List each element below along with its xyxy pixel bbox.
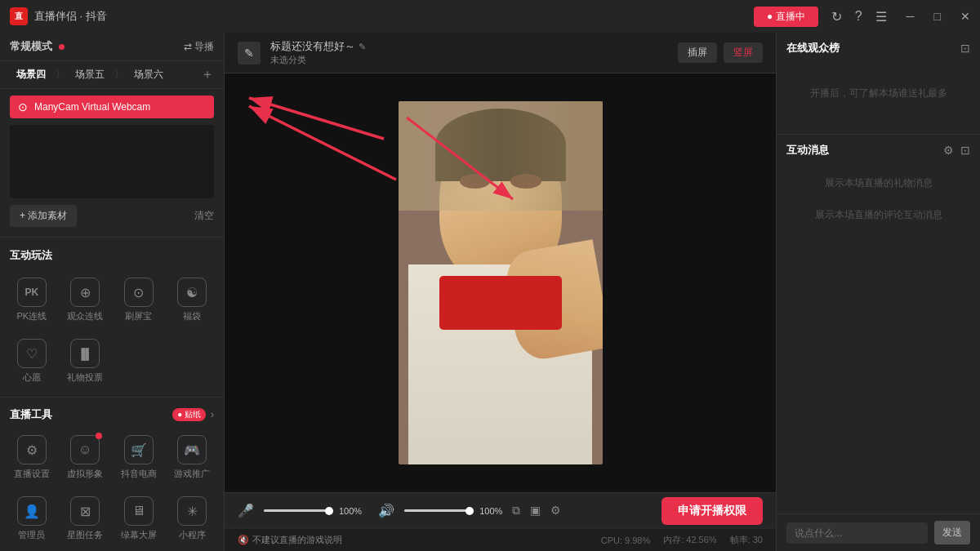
brush-icon: ⊙ (124, 278, 154, 307)
mini-program-icon: ✳ (177, 496, 207, 526)
close-button[interactable]: ✕ (960, 10, 970, 23)
titlebar-icons: ↻ ? ☰ ─ □ ✕ (831, 9, 970, 24)
stream-info: 标题还没有想好～ ✎ 未选分类 (270, 39, 366, 66)
message-header: 互动消息 ⚙ ⊡ (777, 135, 980, 162)
audience-label: 观众连线 (67, 310, 103, 322)
titlebar: 直 直播伴侣 · 抖音 ● 直播中 ↻ ? ☰ ─ □ ✕ (0, 0, 980, 33)
admin-icon: 👤 (17, 496, 47, 526)
vertical-screen-button[interactable]: 竖屏 (724, 42, 763, 63)
webcam-icon: ⊙ (18, 100, 28, 113)
wish-icon: ♡ (17, 339, 47, 368)
virtual-avatar-icon: ☺ (70, 435, 100, 464)
message-section: 互动消息 ⚙ ⊡ 展示本场直播的礼物消息 展示本场直播的评论互动消息 发送 (777, 135, 980, 551)
mini-program-label: 小程序 (179, 529, 206, 541)
admin-label: 管理员 (18, 529, 45, 541)
game-warn: 🔇 不建议直播的游戏说明 (238, 534, 342, 546)
message-icons: ⚙ ⊡ (943, 144, 970, 157)
star-task-label: 星图任务 (67, 529, 103, 541)
game-promo-icon: 🎮 (177, 435, 207, 464)
interact-brush[interactable]: ⊙ 刷屏宝 (114, 271, 164, 329)
mode-bar: 常规模式 ⇄ 导播 (0, 33, 224, 61)
virtual-avatar-label: 虚拟形象 (67, 468, 103, 480)
video-area (225, 73, 776, 492)
center-panel: ✎ 标题还没有想好～ ✎ 未选分类 插屏 竖屏 (225, 33, 776, 551)
message-input[interactable] (786, 522, 928, 544)
gift-bag-label: 福袋 (183, 310, 201, 322)
menu-icon[interactable]: ☰ (875, 9, 887, 24)
tools-more[interactable]: › (211, 409, 214, 420)
minimize-button[interactable]: ─ (906, 10, 915, 23)
tool-admin[interactable]: 👤 管理员 (7, 490, 57, 548)
source-item[interactable]: ⊙ ManyCam Virtual Webcam (10, 96, 214, 118)
bottom-icons: ⧉ ▣ ⚙ (512, 504, 561, 518)
memory-status: 内存: 42.56% (663, 534, 716, 546)
refresh-icon[interactable]: ↻ (831, 9, 842, 24)
title-edit-icon[interactable]: ✎ (359, 42, 366, 52)
speaker-icon: 🔊 (378, 503, 394, 518)
scene-tabs: 场景四 〉 场景五 〉 场景六 ＋ (0, 61, 224, 89)
interaction-grid: PK PK连线 ⊕ 观众连线 ⊙ 刷屏宝 ☯ 福袋 ♡ 心愿 ▐▌ 礼物投票 (0, 268, 224, 393)
scene-sep-1: 〉 (56, 68, 65, 82)
message-expand-icon[interactable]: ⊡ (960, 144, 970, 157)
send-button[interactable]: 发送 (934, 521, 970, 544)
brush-label: 刷屏宝 (125, 310, 152, 322)
clear-button[interactable]: 清空 (194, 205, 214, 227)
screen-record-icon[interactable]: ▣ (530, 504, 541, 518)
tools-title: 直播工具 (10, 407, 172, 422)
scene-sep-2: 〉 (114, 68, 124, 82)
interact-audience[interactable]: ⊕ 观众连线 (60, 271, 111, 329)
start-broadcast-button[interactable]: 申请开播权限 (662, 497, 763, 525)
tool-star-task[interactable]: ⊠ 星图任务 (60, 490, 111, 548)
speaker-volume-fill (404, 509, 470, 512)
tool-game-promo[interactable]: 🎮 游戏推广 (167, 429, 218, 487)
app-logo: 直 (10, 7, 28, 25)
scene-tab-4[interactable]: 场景四 (10, 66, 52, 83)
interact-vote[interactable]: ▐▌ 礼物投票 (60, 332, 111, 390)
audience-header: 在线观众榜 ⊡ (777, 33, 980, 60)
camera-icon[interactable]: ⧉ (512, 504, 520, 518)
source-actions: + 添加素材 清空 (0, 198, 224, 233)
speaker-volume-slider[interactable] (404, 509, 470, 512)
maximize-button[interactable]: □ (934, 10, 941, 23)
tool-virtual-avatar[interactable]: ☺ 虚拟形象 (60, 429, 111, 487)
interact-gift[interactable]: ☯ 福袋 (167, 271, 218, 329)
warn-icon: 🔇 (238, 535, 249, 545)
horizontal-screen-button[interactable]: 插屏 (678, 42, 717, 63)
divider-2 (0, 397, 224, 398)
live-settings-icon: ⚙ (17, 435, 47, 464)
ecommerce-label: 抖音电商 (121, 468, 157, 480)
guide-button[interactable]: ⇄ 导播 (184, 40, 214, 54)
main-layout: 常规模式 ⇄ 导播 场景四 〉 场景五 〉 场景六 ＋ ⊙ ManyCam Vi… (0, 33, 980, 551)
live-status-button[interactable]: ● 直播中 (754, 7, 818, 27)
svg-line-5 (249, 106, 396, 180)
scene-tab-5[interactable]: 场景五 (69, 66, 111, 83)
avatar-badge (96, 433, 102, 439)
divider-1 (0, 237, 224, 238)
scene-tab-6[interactable]: 场景六 (127, 66, 170, 83)
gift-bag-icon: ☯ (177, 278, 207, 307)
mode-label: 常规模式 (10, 39, 184, 54)
tool-ecommerce[interactable]: 🛒 抖音电商 (114, 429, 164, 487)
interact-wish[interactable]: ♡ 心愿 (7, 332, 57, 390)
scene-add-button[interactable]: ＋ (201, 66, 214, 83)
audience-section: 在线观众榜 ⊡ 开播后，可了解本场谁送礼最多 (777, 33, 980, 135)
stream-category: 未选分类 (270, 54, 366, 66)
help-icon[interactable]: ? (855, 9, 862, 24)
message-settings-icon[interactable]: ⚙ (943, 144, 954, 157)
tools-grid: ⚙ 直播设置 ☺ 虚拟形象 🛒 抖音电商 🎮 游戏推广 👤 管理员 (0, 425, 224, 551)
message-input-area: 发送 (777, 513, 980, 551)
add-source-button[interactable]: + 添加素材 (10, 205, 77, 227)
audience-expand-icon[interactable]: ⊡ (960, 42, 970, 55)
interact-pk[interactable]: PK PK连线 (7, 271, 57, 329)
speaker-volume-knob[interactable] (466, 507, 474, 515)
mic-volume-knob[interactable] (325, 507, 333, 515)
settings-small-icon[interactable]: ⚙ (550, 504, 561, 518)
bottom-bar: 🎤 100% 🔊 100% ⧉ ▣ ⚙ 申请开播权限 (225, 492, 776, 528)
tool-green-screen[interactable]: 🖥 绿幕大屏 (114, 490, 164, 548)
edit-thumbnail-icon[interactable]: ✎ (238, 42, 261, 64)
message-empty-area: 展示本场直播的礼物消息 展示本场直播的评论互动消息 (777, 162, 980, 513)
tool-live-settings[interactable]: ⚙ 直播设置 (7, 429, 57, 487)
mode-indicator (59, 44, 65, 50)
tool-mini-program[interactable]: ✳ 小程序 (167, 490, 218, 548)
mic-volume-slider[interactable] (264, 509, 329, 512)
